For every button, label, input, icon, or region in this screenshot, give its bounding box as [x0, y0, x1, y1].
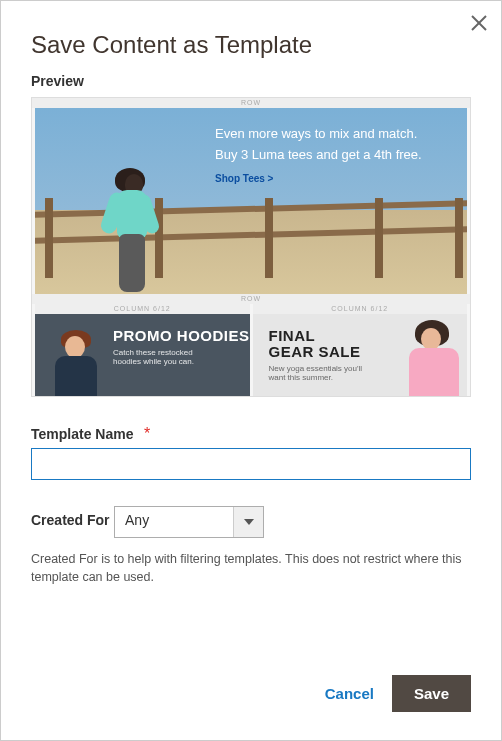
- preview-banner-hero: Even more ways to mix and match. Buy 3 L…: [35, 108, 467, 294]
- save-template-modal: Save Content as Template Preview ROW: [0, 0, 502, 741]
- banner-line-2: Buy 3 Luma tees and get a 4th free.: [215, 147, 422, 162]
- template-name-field: Template Name *: [31, 425, 471, 480]
- person-graphic: [95, 168, 175, 294]
- created-for-field: Created For Any Created For is to help w…: [31, 506, 471, 586]
- caret-down-icon: [244, 519, 254, 525]
- banner-link: Shop Tees >: [215, 173, 273, 184]
- person-b-graphic: [397, 320, 467, 397]
- created-for-select[interactable]: Any: [114, 506, 264, 538]
- preview-pane: ROW Even more ways to mix an: [31, 97, 471, 397]
- tile-a-sub: Catch these restocked hoodies while you …: [113, 348, 213, 366]
- created-for-helper: Created For is to help with filtering te…: [31, 550, 471, 586]
- save-button[interactable]: Save: [392, 675, 471, 712]
- modal-title: Save Content as Template: [31, 31, 471, 59]
- select-toggle[interactable]: [233, 507, 263, 537]
- banner-line-1: Even more ways to mix and match.: [215, 126, 422, 141]
- close-icon: [467, 11, 491, 35]
- close-button[interactable]: [467, 11, 491, 35]
- preview-tile-final-gear-sale: FINAL GEAR SALE New yoga essentials you'…: [253, 314, 468, 397]
- svg-marker-2: [244, 519, 254, 525]
- template-name-input[interactable]: [31, 448, 471, 480]
- preview-tile-promo-hoodies: PROMO HOODIES Catch these restocked hood…: [35, 314, 250, 397]
- row-label-2: ROW: [32, 294, 470, 304]
- tile-a-title: PROMO HOODIES: [113, 328, 250, 344]
- cancel-button[interactable]: Cancel: [325, 685, 374, 702]
- row-label-1: ROW: [32, 98, 470, 108]
- banner-text: Even more ways to mix and match. Buy 3 L…: [215, 126, 422, 186]
- person-a-graphic: [39, 326, 109, 397]
- tile-b-title-1: FINAL: [269, 328, 369, 344]
- tile-b-title-2: GEAR SALE: [269, 344, 369, 360]
- required-mark: *: [144, 425, 150, 442]
- template-name-label: Template Name: [31, 426, 133, 442]
- created-for-label: Created For: [31, 512, 110, 528]
- modal-footer: Cancel Save: [1, 655, 501, 740]
- column-label-a: COLUMN 6/12: [35, 304, 250, 314]
- column-label-b: COLUMN 6/12: [253, 304, 468, 314]
- tile-b-sub: New yoga essentials you'll want this sum…: [269, 364, 369, 382]
- created-for-value: Any: [115, 507, 233, 537]
- preview-label: Preview: [31, 73, 471, 89]
